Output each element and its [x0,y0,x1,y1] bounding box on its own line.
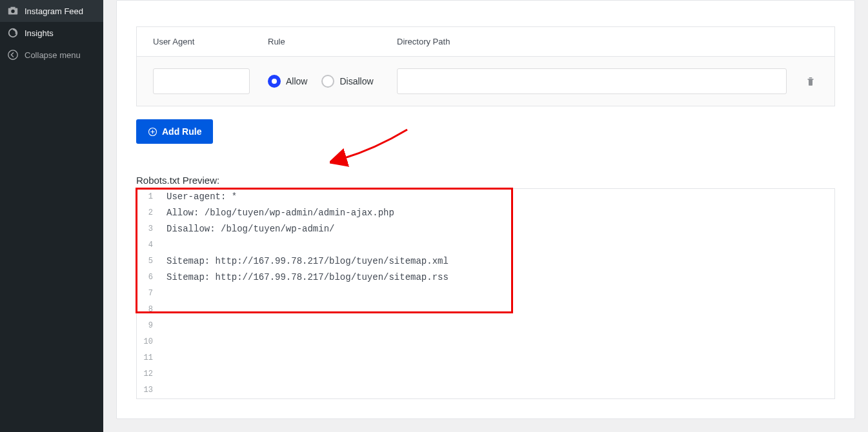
line-number: 3 [137,221,160,237]
rule-table-header: User Agent Rule Directory Path [137,27,834,56]
disallow-label: Disallow [339,76,373,86]
sidebar-item-label: Insights [25,28,54,38]
code-text [160,366,167,382]
trash-icon [805,75,816,87]
line-number: 10 [137,334,160,350]
sidebar-item-collapse[interactable]: Collapse menu [0,44,103,66]
svg-point-4 [8,50,17,59]
collapse-icon [6,49,19,61]
delete-rule-button[interactable] [803,74,818,89]
camera-icon [6,5,19,17]
code-text: Allow: /blog/tuyen/wp-admin/admin-ajax.p… [160,205,394,221]
line-number: 11 [137,350,160,366]
sidebar-item-instagram-feed[interactable]: Instagram Feed [0,0,103,22]
sidebar-item-label: Instagram Feed [25,6,83,16]
code-line[interactable]: 3Disallow: /blog/tuyen/wp-admin/ [137,221,834,237]
robots-preview-editor[interactable]: 1User-agent: *2Allow: /blog/tuyen/wp-adm… [136,188,835,399]
line-number: 4 [137,237,160,253]
code-text [160,382,167,398]
code-line[interactable]: 13 [137,382,834,398]
rule-row: Allow Disallow [137,56,834,106]
insights-icon [6,27,19,39]
line-number: 6 [137,270,160,286]
disallow-radio[interactable]: Disallow [321,75,387,88]
radio-unchecked-icon [321,75,334,88]
main-content: User Agent Rule Directory Path Allow Dis… [103,0,868,432]
line-number: 5 [137,253,160,270]
code-text: Sitemap: http://167.99.78.217/blog/tuyen… [160,270,449,286]
code-text [160,334,167,350]
code-line[interactable]: 6Sitemap: http://167.99.78.217/blog/tuye… [137,270,834,286]
allow-label: Allow [286,76,307,86]
code-line[interactable]: 7 [137,286,834,302]
code-line[interactable]: 11 [137,350,834,366]
code-text: Disallow: /blog/tuyen/wp-admin/ [160,221,334,237]
line-number: 8 [137,302,160,318]
line-number: 12 [137,366,160,382]
svg-point-2 [11,10,14,13]
code-text [160,237,167,253]
robots-rule-table: User Agent Rule Directory Path Allow Dis… [136,26,835,106]
header-directory-path: Directory Path [397,37,818,46]
code-text: Sitemap: http://167.99.78.217/blog/tuyen… [160,253,449,270]
line-number: 13 [137,382,160,398]
add-rule-label: Add Rule [162,126,201,137]
red-arrow-annotation [330,123,414,168]
radio-checked-icon [268,75,281,88]
robots-preview-label: Robots.txt Preview: [136,175,835,186]
code-text [160,350,167,366]
code-line[interactable]: 1User-agent: * [137,189,834,205]
code-text [160,302,167,318]
sidebar-item-insights[interactable]: Insights [0,22,103,44]
line-number: 2 [137,205,160,221]
code-line[interactable]: 10 [137,334,834,350]
settings-card: User Agent Rule Directory Path Allow Dis… [116,0,855,419]
code-text: User-agent: * [160,189,237,205]
code-line[interactable]: 5Sitemap: http://167.99.78.217/blog/tuye… [137,253,834,270]
code-text [160,318,167,334]
rule-radio-group: Allow Disallow [268,75,397,88]
admin-sidebar: Instagram Feed Insights Collapse menu [0,0,103,432]
code-line[interactable]: 12 [137,366,834,382]
code-line[interactable]: 9 [137,318,834,334]
line-number: 7 [137,286,160,302]
code-line[interactable]: 2Allow: /blog/tuyen/wp-admin/admin-ajax.… [137,205,834,221]
user-agent-input[interactable] [153,68,250,94]
allow-radio[interactable]: Allow [268,75,321,88]
code-line[interactable]: 8 [137,302,834,318]
line-number: 1 [137,189,160,205]
code-text [160,286,167,302]
header-rule: Rule [268,37,397,46]
svg-rect-1 [10,7,15,9]
line-number: 9 [137,318,160,334]
header-user-agent: User Agent [153,37,268,46]
directory-path-input[interactable] [397,68,787,94]
plus-circle-icon [148,127,157,137]
add-rule-button[interactable]: Add Rule [136,119,213,144]
sidebar-item-label: Collapse menu [25,50,81,60]
code-line[interactable]: 4 [137,237,834,253]
